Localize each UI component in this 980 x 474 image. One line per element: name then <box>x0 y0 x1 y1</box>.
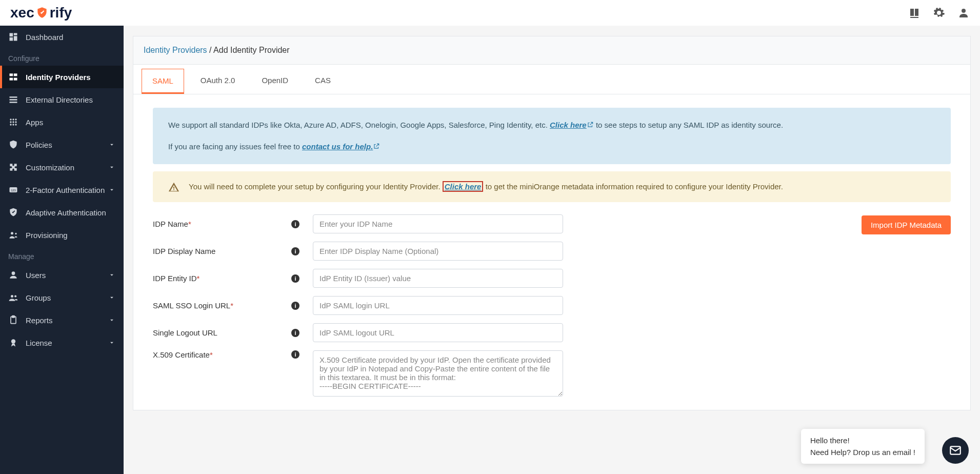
breadcrumb-link[interactable]: Identity Providers <box>144 46 207 54</box>
breadcrumb-sep: / <box>207 46 213 54</box>
list-icon <box>8 94 18 105</box>
sidebar-item-users[interactable]: Users <box>0 264 124 286</box>
provision-icon <box>8 230 18 240</box>
svg-point-13 <box>12 118 14 120</box>
svg-point-16 <box>12 121 14 123</box>
info-text: If you are facing any issues feel free t… <box>168 142 302 151</box>
clipboard-icon <box>8 315 18 325</box>
chat-line2: Need Help? Drop us an email ! <box>810 448 915 457</box>
logo-shield-icon <box>35 6 49 19</box>
logo[interactable]: xec rify <box>10 5 72 21</box>
user-icon <box>8 270 18 280</box>
breadcrumb-current: Add Identity Provider <box>213 46 290 54</box>
sidebar-item-reports[interactable]: Reports <box>0 309 124 331</box>
apps-icon <box>8 117 18 127</box>
badge-icon <box>8 338 18 348</box>
info-icon[interactable]: i <box>291 220 299 228</box>
sidebar-item-2-factor-authentication[interactable]: 1232-Factor Authentication <box>0 179 124 201</box>
info-icon[interactable]: i <box>291 350 299 359</box>
svg-point-26 <box>11 295 13 298</box>
svg-point-30 <box>11 339 15 343</box>
svg-point-19 <box>12 124 14 125</box>
form-row: IDP Entity ID*i <box>153 269 951 288</box>
tab-saml[interactable]: SAML <box>142 69 184 94</box>
sidebar-item-label: License <box>26 339 52 347</box>
x-509-certificate-textarea[interactable] <box>313 350 563 397</box>
chevron-down-icon <box>108 271 115 279</box>
gear-icon[interactable] <box>933 7 945 19</box>
sidebar-item-label: External Directories <box>26 95 93 104</box>
form-row: Single Logout URLi <box>153 323 951 342</box>
form-row: IDP Display Namei <box>153 242 951 261</box>
sidebar-item-groups[interactable]: Groups <box>0 286 124 309</box>
saml-sso-login-url-input[interactable] <box>313 296 563 315</box>
svg-rect-3 <box>14 36 17 41</box>
content-card: SAMLOAuth 2.0OpenIDCAS We support all st… <box>133 65 971 410</box>
sidebar-section: Configure <box>0 48 124 66</box>
2fa-icon: 123 <box>8 185 18 195</box>
sidebar-item-label: Reports <box>26 316 53 325</box>
info-icon[interactable]: i <box>291 274 299 283</box>
tab-oauth-2-0[interactable]: OAuth 2.0 <box>190 69 246 94</box>
idp-entity-id-input[interactable] <box>313 269 563 288</box>
info-icon[interactable]: i <box>291 302 299 310</box>
sidebar-item-dashboard[interactable]: Dashboard <box>0 26 124 48</box>
click-here-link[interactable]: Click here <box>550 121 594 129</box>
tab-openid[interactable]: OpenID <box>251 69 298 94</box>
contact-help-link[interactable]: contact us for help. <box>302 142 380 151</box>
single-logout-url-input[interactable] <box>313 323 563 342</box>
chat-line1: Hello there! <box>810 436 915 445</box>
sidebar-item-policies[interactable]: Policies <box>0 133 124 156</box>
group-icon <box>8 292 18 303</box>
sidebar-item-customization[interactable]: Customization <box>0 156 124 179</box>
sidebar-item-identity-providers[interactable]: Identity Providers <box>0 66 124 88</box>
warn-text: You will need to complete your setup by … <box>189 182 443 191</box>
svg-rect-2 <box>14 33 17 35</box>
sidebar-item-label: Dashboard <box>26 33 63 42</box>
puzzle-icon <box>8 162 18 172</box>
info-icon[interactable]: i <box>291 329 299 337</box>
logo-pre: xec <box>10 5 34 21</box>
idp-name-input[interactable] <box>313 214 563 233</box>
sidebar: DashboardConfigureIdentity ProvidersExte… <box>0 26 124 474</box>
svg-rect-10 <box>10 99 17 101</box>
sidebar-item-label: Groups <box>26 293 51 302</box>
sidebar-item-license[interactable]: License <box>0 331 124 354</box>
metadata-click-here-link[interactable]: Click here <box>443 181 484 192</box>
sidebar-item-label: Policies <box>26 141 52 149</box>
sidebar-item-label: Apps <box>26 118 43 127</box>
svg-rect-4 <box>10 37 13 41</box>
chevron-down-icon <box>108 317 115 324</box>
form-row: IDP Name*i <box>153 214 951 233</box>
sidebar-item-provisioning[interactable]: Provisioning <box>0 224 124 246</box>
sidebar-item-label: Users <box>26 271 46 280</box>
tab-cas[interactable]: CAS <box>305 69 341 94</box>
svg-point-25 <box>12 271 15 275</box>
idp-display-name-input[interactable] <box>313 242 563 261</box>
sidebar-item-label: Provisioning <box>26 231 68 240</box>
svg-rect-5 <box>10 73 13 76</box>
form-label: IDP Entity ID* <box>153 274 291 283</box>
sidebar-item-label: 2-Factor Authentication <box>26 186 105 194</box>
sidebar-item-adaptive-authentication[interactable]: Adaptive Authentication <box>0 201 124 224</box>
sidebar-item-external-directories[interactable]: External Directories <box>0 88 124 111</box>
main-content: Identity Providers / Add Identity Provid… <box>124 26 980 474</box>
info-icon[interactable]: i <box>291 247 299 255</box>
book-icon[interactable] <box>908 7 921 19</box>
svg-rect-9 <box>10 96 17 98</box>
sidebar-item-apps[interactable]: Apps <box>0 111 124 133</box>
chat-button[interactable] <box>942 437 969 464</box>
chevron-down-icon <box>108 186 115 193</box>
topbar-actions <box>908 7 970 19</box>
svg-point-17 <box>15 121 16 123</box>
svg-point-20 <box>15 124 16 125</box>
external-link-icon <box>373 141 380 148</box>
svg-point-18 <box>10 124 11 125</box>
form-label: IDP Name* <box>153 220 291 228</box>
logo-post: rify <box>50 5 72 21</box>
form-label: IDP Display Name <box>153 247 291 255</box>
person-icon[interactable] <box>957 7 970 19</box>
chevron-down-icon <box>108 141 115 148</box>
import-metadata-button[interactable]: Import IDP Metadata <box>862 215 951 234</box>
form-label: SAML SSO Login URL* <box>153 301 291 310</box>
